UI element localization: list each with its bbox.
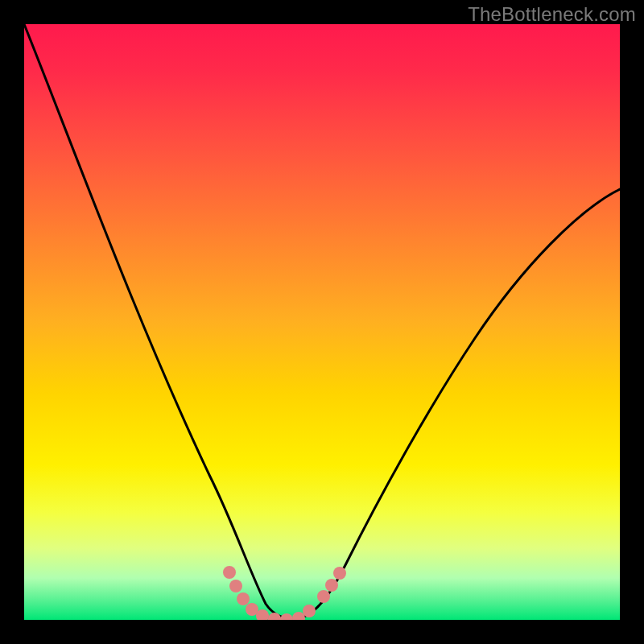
marker-dot [229,580,242,592]
chart-frame: TheBottleneck.com [0,0,644,644]
marker-dot [237,592,250,605]
gradient-background [24,24,620,620]
marker-dot [333,567,346,580]
marker-dot [325,579,338,592]
marker-dot [223,566,236,579]
marker-dot [303,605,316,617]
marker-dot [317,590,330,603]
watermark-text: TheBottleneck.com [468,3,636,26]
plot-svg [24,24,620,620]
plot-area [24,24,620,620]
